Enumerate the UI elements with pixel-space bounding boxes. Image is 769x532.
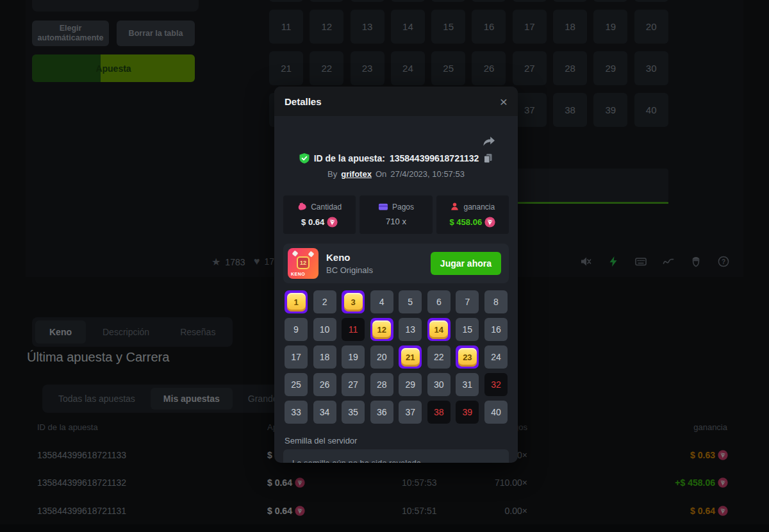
keno-page: Classic › Elegir automáticamente Borrar … [0,0,769,532]
result-cell: 7 [456,290,479,313]
bet-meta-row: By grifotex On 27/4/2023, 10:57:53 [274,169,518,179]
result-cell: 31 [456,373,479,396]
result-cell: 37 [399,401,422,424]
result-cell-hit: 12 [370,318,393,341]
stat-cantidad: Cantidad$ 0.64 [283,195,356,234]
result-cell: 22 [427,345,451,369]
keno-game-icon: 12 KENO [288,248,318,279]
game-name: Keno [326,252,373,263]
result-cell-hit: 1 [285,290,308,313]
bet-stats: Cantidad$ 0.64Pagos710 xganancia$ 458.06 [283,195,509,234]
gold-gem: 1 [287,293,306,312]
result-cell: 36 [370,401,393,424]
game-card-text: Keno BC Originals [326,252,373,275]
server-seed-field[interactable]: La semilla aún no ha sido revelada [283,449,509,463]
gold-gem: 21 [401,348,420,367]
result-cell: 40 [484,401,508,424]
result-board: 1234567891011121314151617181920212223242… [285,290,508,424]
result-cell: 26 [313,373,336,396]
result-cell: 13 [399,318,422,341]
result-cell-miss: 38 [427,401,451,424]
stat-value-text: $ 458.06 [450,217,483,227]
stat-label: Cantidad [283,202,356,212]
result-cell-miss: 39 [456,401,479,424]
stat-label-text: Cantidad [311,203,342,212]
keno-tile-label: KENO [291,272,305,276]
result-cell: 16 [484,318,508,341]
stat-value-text: $ 0.64 [301,217,324,227]
result-cell: 18 [313,345,336,369]
result-cell-miss: 11 [342,318,365,341]
keno-tile-number: 12 [297,256,310,269]
result-cell-hit: 21 [399,345,422,369]
game-provider: BC Originals [326,265,373,275]
result-cell: 20 [370,345,393,369]
stat-label: Pagos [360,202,432,212]
trx-coin-icon [484,217,495,228]
gold-gem: 3 [344,293,363,312]
stat-value: 710 x [360,217,432,226]
on-label: On [376,169,386,179]
result-cell-hit: 23 [456,345,479,369]
result-cell: 17 [285,345,308,369]
result-cell-miss: 32 [484,373,508,396]
stat-ganancia: ganancia$ 458.06 [436,195,509,234]
bet-details-modal: Detalles × ID de la apuesta: 13584439961… [274,87,518,463]
gold-gem: 12 [372,320,391,339]
copy-icon[interactable] [483,153,493,163]
stat-value-text: 710 x [386,217,406,226]
result-cell: 29 [399,373,422,396]
bet-id-value: 135844399618721132 [390,153,479,163]
stat-value: $ 458.06 [436,217,509,228]
stat-label: ganancia [436,202,509,212]
result-cell: 5 [399,290,422,313]
server-seed-label: Semilla del servidor [285,436,357,445]
gold-gem: 23 [458,348,477,367]
result-cell: 10 [313,318,336,341]
result-cell: 19 [342,345,365,369]
result-cell: 8 [484,290,508,313]
stat-value: $ 0.64 [283,217,356,228]
stat-label-text: ganancia [463,203,495,212]
result-cell-hit: 14 [427,318,451,341]
result-cell: 2 [313,290,336,313]
wallet-icon [378,202,388,212]
by-label: By [327,169,337,179]
result-cell: 15 [456,318,479,341]
result-cell: 9 [285,318,308,341]
modal-title: Detalles [285,96,322,107]
result-cell: 6 [427,290,451,313]
game-card: 12 KENO Keno BC Originals Jugar ahora [283,244,509,283]
result-cell: 24 [484,345,508,369]
share-icon[interactable] [482,135,496,148]
bet-id-row: ID de la apuesta: 135844399618721132 [274,153,518,163]
bet-id-label: ID de la apuesta: [314,153,385,163]
modal-header: Detalles × [274,87,518,116]
money-bag-icon [297,202,307,212]
result-cell: 27 [342,373,365,396]
result-cell: 30 [427,373,451,396]
result-cell: 25 [285,373,308,396]
result-cell-hit: 3 [342,290,365,313]
result-cell: 35 [342,401,365,424]
bet-datetime: 27/4/2023, 10:57:53 [390,169,465,179]
trx-coin-icon [327,217,338,228]
close-icon[interactable]: × [500,95,508,108]
stat-pagos: Pagos710 x [360,195,432,234]
verified-shield-icon [299,153,310,163]
result-cell: 28 [370,373,393,396]
stat-label-text: Pagos [392,203,414,212]
gold-gem: 14 [429,320,448,339]
result-cell: 4 [370,290,393,313]
result-cell: 33 [285,401,308,424]
play-now-button[interactable]: Jugar ahora [431,252,501,275]
result-cell: 34 [313,401,336,424]
person-icon [450,202,459,212]
username-link[interactable]: grifotex [341,169,372,179]
